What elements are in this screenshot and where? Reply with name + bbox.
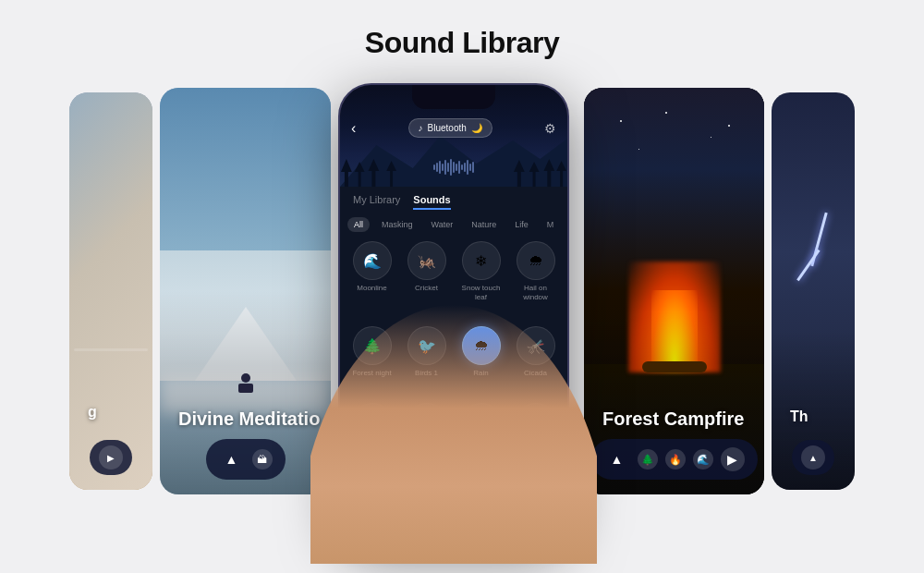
meditation-card-label: Divine Meditatio xyxy=(178,408,322,430)
music-note-icon: ♪ xyxy=(419,123,423,133)
card-campfire[interactable]: Forest Campfire ▲ 🌲 🔥 🌊 ▶ xyxy=(584,88,764,494)
moon-icon: 🌙 xyxy=(471,123,482,133)
card-thunder[interactable]: Th ▲ xyxy=(772,92,855,490)
campfire-chevron-up[interactable]: ▲ xyxy=(604,446,630,472)
svg-marker-6 xyxy=(369,159,380,171)
svg-marker-16 xyxy=(556,161,566,171)
sleep-play-button[interactable]: ▶ xyxy=(99,445,123,469)
card-meditation[interactable]: Divine Meditatio ▲ 🏔 xyxy=(160,88,331,494)
svg-marker-4 xyxy=(355,162,365,172)
moonline-icon: 🌊 xyxy=(353,241,392,280)
thunder-card-controls: ▲ xyxy=(792,440,834,475)
back-button[interactable]: ‹ xyxy=(351,120,356,137)
sleep-card-controls: ▶ xyxy=(90,440,132,475)
filter-all[interactable]: All xyxy=(347,217,370,232)
sound-moonline[interactable]: 🌊 Moonline xyxy=(347,241,396,321)
card-sleep[interactable]: g ▶ xyxy=(69,92,152,490)
meditation-chevron-up[interactable]: ▲ xyxy=(219,446,245,472)
meditation-card-controls: ▲ 🏔 xyxy=(206,439,286,480)
tab-sounds[interactable]: Sounds xyxy=(413,194,450,210)
moonline-label: Moonline xyxy=(357,284,386,293)
svg-marker-2 xyxy=(341,159,352,172)
thunder-chevron-btn[interactable]: ▲ xyxy=(801,445,825,469)
filter-pills: All Masking Water Nature Life M xyxy=(340,213,567,236)
campfire-ctrl-icon-1[interactable]: 🌲 xyxy=(638,449,658,469)
phone-waveform xyxy=(433,159,474,176)
phone-notch xyxy=(412,85,495,109)
hail-icon: 🌧 xyxy=(517,241,555,280)
snow-leaf-icon: ❄ xyxy=(462,241,501,280)
filter-nature[interactable]: Nature xyxy=(465,217,503,232)
svg-marker-8 xyxy=(386,161,396,171)
phone-wrapper: ‹ ♪ Bluetooth 🌙 ⚙ My Library Soun xyxy=(338,83,569,536)
campfire-play-button[interactable]: ▶ xyxy=(721,447,745,471)
campfire-card-label: Forest Campfire xyxy=(602,408,755,430)
campfire-ctrl-icon-3[interactable]: 🌊 xyxy=(693,449,713,469)
sound-hail[interactable]: 🌧 Hail on window xyxy=(511,241,560,321)
svg-marker-12 xyxy=(529,162,540,172)
settings-button[interactable]: ⚙ xyxy=(544,121,556,136)
svg-marker-10 xyxy=(514,160,525,172)
bluetooth-pill[interactable]: ♪ Bluetooth 🌙 xyxy=(408,118,492,138)
sleep-card-label: g xyxy=(88,404,143,421)
cricket-label: Cricket xyxy=(415,284,438,293)
meditation-icon-1[interactable]: 🏔 xyxy=(252,449,273,469)
snow-leaf-label: Snow touch leaf xyxy=(456,284,505,301)
cards-container: g ▶ Divine Meditatio ▲ 🏔 xyxy=(0,83,924,573)
phone-top-nav: ‹ ♪ Bluetooth 🌙 ⚙ xyxy=(340,111,567,141)
cricket-icon: 🦗 xyxy=(407,241,446,280)
filter-masking[interactable]: Masking xyxy=(375,217,419,232)
filter-life[interactable]: Life xyxy=(508,217,535,232)
bluetooth-label: Bluetooth xyxy=(428,123,467,133)
svg-marker-14 xyxy=(543,159,554,171)
thunder-card-label: Th xyxy=(790,408,845,425)
phone-tabs: My Library Sounds xyxy=(340,187,567,213)
campfire-ctrl-icon-2[interactable]: 🔥 xyxy=(665,449,686,469)
tab-my-library[interactable]: My Library xyxy=(353,194,400,210)
filter-water[interactable]: Water xyxy=(425,217,460,232)
hail-label: Hail on window xyxy=(511,284,560,301)
filter-more[interactable]: M xyxy=(541,217,561,232)
campfire-card-controls: ▲ 🌲 🔥 🌊 ▶ xyxy=(591,439,758,480)
page-title: Sound Library xyxy=(0,0,924,60)
